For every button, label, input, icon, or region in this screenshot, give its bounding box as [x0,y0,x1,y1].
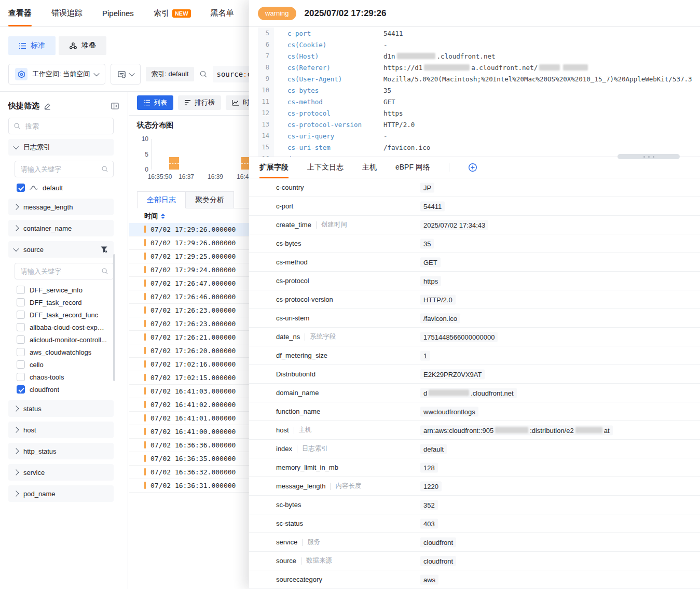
time-column-header[interactable]: 时间 [144,211,165,222]
mode-standard-button[interactable]: 标准 [8,36,56,55]
filter-option-chaos-tools[interactable]: chaos-tools [17,371,119,383]
nav-tab-pipelines[interactable]: Pipelines [102,0,134,26]
field-key: cs-protocol-version [276,296,333,303]
edit-pencil-icon[interactable] [44,102,51,110]
divider [330,483,331,490]
keyword-search-input[interactable] [20,267,100,276]
filter-option-DFF_task_record_func[interactable]: DFF_task_record_func [17,308,119,321]
chevron-right-icon [13,405,19,411]
filter-section-host[interactable]: host [8,422,114,438]
field-key[interactable]: cs-protocol-version [274,121,383,129]
detail-tab-ebpf-network[interactable]: eBPF 网络 [395,157,430,178]
checkbox-unchecked[interactable] [17,311,25,319]
nav-tab-blacklist[interactable]: 黑名单 [211,0,234,26]
chart-bar[interactable] [169,157,179,170]
nav-tab-viewer[interactable]: 查看器 [8,0,32,26]
filter-section-pod_name[interactable]: pod_name [8,485,114,502]
field-key[interactable]: cs(Referer) [274,64,383,72]
filter-option-alibaba-cloud-cost-expor[interactable]: alibaba-cloud-cost-expor... [17,321,119,333]
value-text: /favicon.ico [423,314,457,322]
field-key[interactable]: c-port [274,30,383,37]
value-text: 35 [383,87,391,94]
nav-tab-error-tracking[interactable]: 错误追踪 [51,0,83,26]
keyword-search-input[interactable] [20,165,100,174]
filter-option-label: alicloud-monitor-controll... [30,336,107,344]
filter-section-http_status[interactable]: http_status [8,443,114,459]
filter-option-aws_cloudwatchlogs[interactable]: aws_cloudwatchlogs [17,346,119,358]
log-tab-all-logs[interactable]: 全部日志 [137,191,186,208]
code-line: 15cs-uri-stem/favicon.ico [258,142,700,153]
filter-section-service[interactable]: service [8,464,114,481]
saved-query-selector[interactable] [111,64,141,85]
filter-section-log-index[interactable]: 日志索引 [8,139,114,156]
mode-stack-button[interactable]: 堆叠 [59,36,106,55]
filter-option-alicloud-monitor-controll[interactable]: alicloud-monitor-controll... [17,333,119,346]
field-key[interactable]: cs-protocol [274,109,383,117]
result-view-rank-button[interactable]: 排行榜 [178,95,221,110]
filter-option-cello[interactable]: cello [17,358,119,371]
add-tab-icon[interactable] [468,163,477,172]
divider [294,427,294,434]
index-chip[interactable]: 索引: default [146,67,194,81]
checkbox-checked[interactable] [17,184,25,192]
filter-clear-icon[interactable] [100,246,108,253]
log-detail-panel: warning 2025/07/02 17:29:26 5c-port54411… [249,0,700,589]
result-view-list-button[interactable]: 列表 [137,95,173,110]
sidebar-search[interactable] [8,118,114,134]
checkbox-unchecked[interactable] [17,360,25,369]
value-text: 54411 [423,202,442,210]
filter-section-message_length[interactable]: message_length [8,199,114,215]
mode-label: 堆叠 [81,41,96,50]
chevron-right-icon [13,427,19,432]
filter-section-source[interactable]: source [8,241,114,258]
field-key[interactable]: cs-uri-stem [274,144,383,151]
detail-tab-extended-fields[interactable]: 扩展字段 [259,157,289,178]
nav-tab-index[interactable]: 索引NEW [154,0,191,26]
detail-tab-host[interactable]: 主机 [362,157,377,178]
keyword-search[interactable] [15,161,114,177]
field-key: memory_limit_in_mb [276,464,338,471]
line-number: 10 [258,85,274,96]
search-icon [13,122,21,130]
filter-option-cloudfront[interactable]: cloudfront [17,383,119,396]
filter-option-DFF_service_info[interactable]: DFF_service_info [17,284,119,296]
checkbox-unchecked[interactable] [17,323,25,331]
sidebar-search-input[interactable] [24,122,108,131]
detail-tab-context-logs[interactable]: 上下文日志 [307,157,344,178]
field-key[interactable]: cs-method [274,98,383,106]
collapse-panel-icon[interactable] [111,102,119,110]
raw-log-view: 5c-port544116cs(Cookie)-7cs(Host)d1n.clo… [249,27,700,157]
mode-standard-icon [19,43,26,49]
redacted-text [424,64,470,71]
field-value: 403 [420,518,438,528]
filter-option-label: DFF_task_record_func [30,311,98,319]
filter-section-container_name[interactable]: container_name [8,220,114,236]
field-key[interactable]: cs(Host) [274,52,383,60]
checkbox-unchecked[interactable] [17,348,25,356]
checkbox-unchecked[interactable] [17,335,25,344]
checkbox-unchecked[interactable] [17,373,25,381]
field-value: 35 [383,87,391,94]
field-row: function_namewwcloudfrontlogs [249,402,700,421]
value-text: 352 [423,501,435,509]
field-value: /favicon.ico [420,313,460,323]
source-list-scrollbar[interactable] [113,254,115,381]
keyword-search[interactable] [15,263,114,279]
line-number: 13 [258,119,274,130]
field-key[interactable]: cs(Cookie) [274,41,383,49]
filter-section-status[interactable]: status [8,400,114,417]
value-text: d1n [383,52,395,60]
workspace-selector[interactable]: 工作空间: 当前空间 [8,64,105,85]
filter-option-default[interactable]: default [17,181,119,194]
field-key[interactable]: cs-bytes [274,87,383,94]
filter-option-DFF_task_record[interactable]: DFF_task_record [17,296,119,308]
log-tab-cluster-analysis[interactable]: 聚类分析 [186,191,234,208]
field-key[interactable]: cs(User-Agent) [274,75,383,83]
checkbox-unchecked[interactable] [17,298,25,306]
field-row: cs-protocolhttps [249,272,700,290]
log-row-time: 07/02 17:26:20.000000 [150,347,236,355]
checkbox-unchecked[interactable] [17,286,25,294]
field-key: host [276,426,289,434]
field-key[interactable]: cs-uri-query [274,132,383,140]
checkbox-checked[interactable] [17,385,25,394]
